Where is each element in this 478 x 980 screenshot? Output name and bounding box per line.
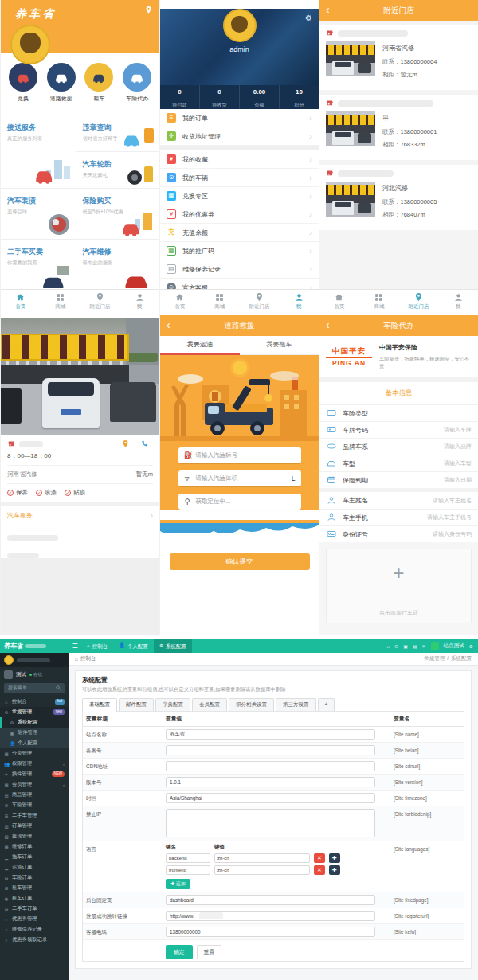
add-row-button[interactable]: ✚ bbox=[329, 865, 340, 875]
stat-pending-payment[interactable]: 0待付款 bbox=[160, 85, 199, 109]
quick-action-insurance[interactable]: 车险代办 bbox=[120, 63, 155, 103]
tab-home[interactable]: 首页 bbox=[319, 290, 359, 315]
nav-personal-config[interactable]: 👤个人配置 bbox=[113, 639, 154, 653]
tab-member-config[interactable]: 会员配置 bbox=[192, 698, 227, 711]
card-violation-query[interactable]: 违章查询 省时省力好帮手 bbox=[76, 115, 159, 152]
tab-add[interactable]: + bbox=[318, 698, 335, 711]
menu-item-coupons[interactable]: ¥我的优惠券› bbox=[160, 205, 319, 224]
lang-value-input[interactable] bbox=[214, 865, 310, 875]
sidebar-item-members[interactable]: ▦会员管理‹ bbox=[0, 779, 69, 790]
location-pin-icon[interactable] bbox=[121, 439, 130, 448]
sidebar-item-used-car-orders[interactable]: ⊟二手车订单 bbox=[0, 904, 69, 914]
tab-me[interactable]: 我 bbox=[438, 290, 478, 315]
delete-row-button[interactable]: ✕ bbox=[314, 853, 325, 863]
row-brand-series[interactable]: 品牌车系 请输入品牌 bbox=[319, 438, 478, 455]
cdnurl-input[interactable] bbox=[166, 761, 375, 771]
sidebar-item-maintenance-records[interactable]: ○维修保养记录 bbox=[0, 924, 69, 935]
nav-dashboard[interactable]: ⌂控制台 bbox=[81, 639, 113, 653]
sidebar-item-withdrawals[interactable]: ▧提现管理 bbox=[0, 831, 69, 841]
quick-action-road-rescue[interactable]: 道路救援 bbox=[44, 63, 79, 103]
menu-item-address[interactable]: ✛收货地址管理› bbox=[160, 127, 319, 146]
sidebar-item-used-cars[interactable]: ⊟二手车管理 bbox=[0, 810, 69, 821]
sidebar-item-repair-orders[interactable]: ▦维修订单 bbox=[0, 841, 69, 852]
quick-action-exchange[interactable]: 兑换 bbox=[6, 63, 41, 103]
stat-pending-receipt[interactable]: 0待收货 bbox=[199, 85, 239, 109]
row-car-model[interactable]: 车型 请输入车型 bbox=[319, 455, 478, 471]
row-id-number[interactable]: 身份证号 请输入身份号码 bbox=[319, 525, 478, 542]
back-icon[interactable]: ‹ bbox=[326, 315, 330, 335]
menu-toggle-icon[interactable]: ☰ bbox=[69, 642, 81, 650]
gear-icon[interactable]: ⚙ bbox=[469, 643, 473, 649]
sitename-input[interactable] bbox=[166, 729, 375, 740]
sidebar-item-coupon-mgmt[interactable]: ○优惠券管理 bbox=[0, 914, 69, 924]
sidebar-item-dashboard[interactable]: ⌂控制台hot bbox=[0, 697, 69, 707]
gear-icon[interactable]: ⚙ bbox=[305, 14, 312, 22]
tab-thirdparty-config[interactable]: 第三方设置 bbox=[276, 698, 316, 711]
bell-icon[interactable]: ▣ bbox=[403, 643, 408, 649]
sidebar-item-rental-mgmt[interactable]: ⊟租车管理 bbox=[0, 883, 69, 893]
version-input[interactable] bbox=[166, 777, 375, 787]
timezone-input[interactable] bbox=[166, 793, 375, 803]
sidebar-item-system-config[interactable]: ⚙系统配置 bbox=[0, 717, 69, 728]
fuel-grade-input[interactable]: ⛽ 请输入汽油标号 bbox=[178, 447, 301, 463]
tab-fuel-delivery[interactable]: 我要运油 bbox=[160, 336, 240, 355]
row-owner-phone[interactable]: 车主手机 请输入车主手机号 bbox=[319, 509, 478, 525]
lang-key-input[interactable] bbox=[166, 865, 210, 875]
forbiddenip-textarea[interactable] bbox=[166, 809, 375, 837]
tab-me[interactable]: 我 bbox=[279, 290, 319, 315]
refresh-icon[interactable]: ⟳ bbox=[394, 643, 398, 649]
fixedpage-input[interactable] bbox=[166, 895, 375, 905]
lang-value-input[interactable] bbox=[214, 853, 310, 863]
menu-item-my-vehicles[interactable]: ⊙我的车辆› bbox=[160, 169, 319, 187]
home-icon[interactable]: ⌂ bbox=[387, 644, 390, 649]
sidebar-item-rental-orders[interactable]: ◉租车订单 bbox=[0, 893, 69, 904]
menu-item-exchange-zone[interactable]: ▦兑换专区› bbox=[160, 187, 319, 205]
location-pin-icon[interactable] bbox=[144, 6, 153, 14]
nav-system-config[interactable]: ⚙系统配置 bbox=[154, 639, 192, 653]
sidebar-item-tow-orders[interactable]: ▁拖车订单 bbox=[0, 852, 69, 862]
language-icon[interactable]: ▤ bbox=[413, 643, 417, 649]
card-car-repair[interactable]: 汽车维修 最专业的服务 bbox=[76, 240, 159, 291]
menu-item-favorites[interactable]: ♥我的收藏› bbox=[160, 150, 319, 169]
reset-button[interactable]: 重置 bbox=[197, 945, 222, 959]
sidebar-item-general[interactable]: ⚙常规管理new bbox=[0, 707, 69, 717]
sidebar-item-permissions[interactable]: 👥权限管理‹ bbox=[0, 759, 69, 769]
breadcrumb-home[interactable]: 控制台 bbox=[80, 655, 96, 662]
sidebar-item-insurance[interactable]: ⚙车险管理 bbox=[0, 800, 69, 810]
store-card[interactable]: 串 联系：13800000001 相距：768332m bbox=[319, 95, 478, 160]
sidebar-item-products[interactable]: ▤商品管理 bbox=[0, 790, 69, 800]
card-pickup-service[interactable]: 接送服务 真正的服务到家 bbox=[1, 115, 76, 189]
breadcrumb-parent[interactable]: 常规管理 bbox=[424, 655, 445, 662]
tab-towing[interactable]: 我要拖车 bbox=[240, 336, 319, 355]
confirm-submit-button[interactable]: 确认提交 bbox=[170, 553, 310, 570]
back-icon[interactable]: ‹ bbox=[326, 0, 330, 20]
stat-balance[interactable]: 0.00余额 bbox=[239, 85, 279, 109]
tab-me[interactable]: 我 bbox=[120, 290, 159, 315]
phone-icon[interactable] bbox=[141, 439, 150, 448]
car-service-section[interactable]: 汽车服务 › bbox=[1, 502, 159, 525]
menu-item-recharge[interactable]: 充充值余额› bbox=[160, 224, 319, 242]
sidebar-item-coupon-records[interactable]: ○优惠券领取记录 bbox=[0, 935, 69, 945]
add-row-button[interactable]: ✚ bbox=[329, 853, 340, 863]
admin-brand[interactable]: 养车省 bbox=[0, 642, 69, 650]
store-card[interactable]: 河北汽修 联系：13800000005 相距：768407m bbox=[319, 165, 478, 230]
row-owner-name[interactable]: 车主姓名 请输入车主姓名 bbox=[319, 492, 478, 509]
user-name[interactable]: 站点测试 bbox=[444, 642, 464, 650]
row-insurance-expiry[interactable]: 保险到期 请输入日期 bbox=[319, 471, 478, 488]
fullscreen-icon[interactable]: ✕ bbox=[422, 643, 426, 649]
sidebar-item-attachments[interactable]: ▣附件管理 bbox=[0, 728, 69, 738]
tab-nearby-stores[interactable]: 附近门店 bbox=[80, 290, 120, 315]
tab-dictionary-config[interactable]: 字典配置 bbox=[155, 698, 190, 711]
card-buy-insurance[interactable]: 保险购买 低至5折+10%优惠 bbox=[76, 189, 159, 240]
upload-license-area[interactable]: + 点击添加行车证 bbox=[326, 549, 472, 623]
avatar[interactable] bbox=[223, 9, 257, 42]
quick-action-rent-car[interactable]: 租车 bbox=[81, 63, 116, 103]
tab-mail-config[interactable]: 邮件配置 bbox=[119, 698, 154, 711]
kefu-input[interactable] bbox=[166, 927, 375, 937]
append-button[interactable]: ✚ 追加 bbox=[166, 879, 190, 889]
menu-item-promo-code[interactable]: ▦我的推广码› bbox=[160, 242, 319, 260]
stat-points[interactable]: 10积分 bbox=[279, 85, 319, 109]
sidebar-item-personal-config[interactable]: 👤个人配置 bbox=[0, 738, 69, 748]
ok-button[interactable]: 确定 bbox=[166, 945, 193, 959]
tab-home[interactable]: 首页 bbox=[160, 290, 200, 315]
